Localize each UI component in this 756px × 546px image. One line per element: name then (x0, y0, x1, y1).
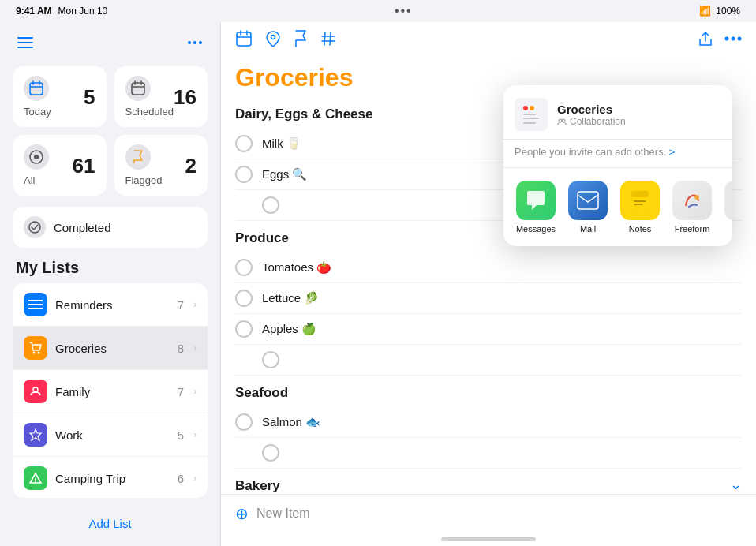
svg-rect-29 (237, 32, 251, 46)
family-name: Family (55, 385, 170, 398)
reminder-salmon[interactable]: Salmon 🐟 (235, 407, 742, 438)
reminders-count: 7 (178, 298, 184, 312)
list-item-groceries[interactable]: Groceries 8 › (13, 327, 208, 370)
toolbar-left (235, 30, 336, 47)
family-chevron: › (193, 386, 196, 397)
share-app-mail[interactable]: Mail (563, 181, 612, 234)
svg-point-3 (188, 41, 191, 44)
share-sheet-name: Groceries (557, 103, 721, 116)
reminder-text-eggs: Eggs 🔍 (262, 167, 307, 181)
svg-point-5 (199, 41, 202, 44)
sidebar-toggle-button[interactable] (13, 30, 38, 55)
work-chevron: › (193, 429, 196, 440)
reminder-circle-eggs[interactable] (235, 166, 253, 183)
share-app-freeform[interactable]: Freeform (668, 181, 717, 234)
reminders-icon (24, 293, 47, 316)
reminder-circle-seafood-empty[interactable] (262, 444, 279, 462)
camping-chevron: › (193, 473, 196, 484)
reminder-circle-dairy-empty[interactable] (262, 196, 279, 214)
section-seafood: Seafood (235, 376, 742, 407)
sidebar-more-button[interactable] (182, 30, 208, 55)
toolbar-reminders-icon[interactable] (235, 30, 253, 47)
status-bar: 9:41 AM Mon Jun 10 ••• 📶 100% (0, 0, 756, 22)
family-icon (24, 380, 47, 403)
svg-point-20 (33, 352, 36, 354)
camping-name: Camping Trip (55, 472, 170, 485)
wifi-icon: 📶 (699, 6, 711, 17)
svg-point-38 (725, 37, 729, 41)
reminder-circle-salmon[interactable] (235, 413, 253, 431)
svg-point-21 (38, 352, 40, 354)
svg-rect-6 (30, 83, 43, 95)
sidebar-top-bar (13, 30, 208, 55)
bakery-collapse-icon[interactable]: ⌄ (730, 476, 742, 493)
groceries-chevron: › (193, 342, 196, 353)
share-app-notes[interactable]: Notes (616, 181, 664, 234)
share-sheet-invite-link[interactable]: > (669, 146, 676, 158)
list-item-work[interactable]: Work 5 › (13, 413, 208, 457)
share-sheet-title-area: Groceries Collaboration (557, 103, 721, 127)
today-label: Today (24, 106, 51, 118)
reminder-text-salmon: Salmon 🐟 (262, 415, 320, 429)
share-app-messages[interactable]: Messages (511, 181, 560, 234)
share-app-wi[interactable]: W Wi... (720, 181, 732, 234)
svg-rect-1 (17, 42, 33, 43)
new-item-bar[interactable]: ⊕ New Item (221, 494, 756, 533)
work-icon (24, 423, 47, 447)
svg-marker-23 (30, 429, 41, 440)
reminder-circle-lettuce[interactable] (235, 290, 253, 307)
share-sheet-list-icon (515, 98, 548, 131)
main-content: Groceries Dairy, Eggs & Cheese Milk 🥛 Eg… (221, 22, 756, 546)
notes-app-icon (620, 181, 660, 220)
svg-rect-0 (17, 37, 33, 39)
camping-count: 6 (178, 472, 184, 485)
toolbar-share-icon[interactable] (698, 30, 713, 47)
completed-label: Completed (54, 221, 111, 234)
mail-app-label: Mail (580, 224, 596, 234)
add-list-button[interactable]: Add List (13, 509, 208, 538)
svg-rect-45 (631, 191, 649, 197)
toolbar-location-icon[interactable] (265, 30, 281, 47)
status-icons: 📶 100% (699, 6, 740, 17)
toolbar-flag-icon[interactable] (294, 30, 308, 47)
reminder-circle-produce-empty[interactable] (262, 351, 279, 368)
reminder-circle-apples[interactable] (235, 320, 253, 338)
toolbar-more-icon[interactable] (724, 36, 742, 41)
share-sheet-apps: Messages Mail (503, 168, 732, 246)
today-count: 5 (84, 87, 95, 107)
scheduled-label: Scheduled (125, 106, 174, 118)
reminders-name: Reminders (55, 298, 170, 312)
reminder-apples[interactable]: Apples 🍏 (235, 314, 742, 345)
app-container: Today 5 Scheduled 16 (0, 22, 756, 546)
reminder-circle-milk[interactable] (235, 135, 253, 152)
svg-point-4 (193, 41, 196, 44)
smart-list-today[interactable]: Today 5 (13, 66, 107, 127)
notes-app-label: Notes (629, 224, 652, 234)
reminder-lettuce[interactable]: Lettuce 🥬 (235, 283, 742, 314)
toolbar-hash-icon[interactable] (320, 31, 336, 47)
svg-rect-43 (578, 192, 598, 209)
list-item-reminders[interactable]: Reminders 7 › (13, 283, 208, 327)
reminder-tomatoes[interactable]: Tomatoes 🍅 (235, 252, 742, 283)
window-dots: ••• (395, 4, 413, 18)
share-sheet: Groceries Collaboration People you invit… (503, 85, 732, 246)
flagged-label: Flagged (125, 174, 163, 186)
smart-list-all[interactable]: All 61 (13, 135, 107, 196)
reminder-circle-tomatoes[interactable] (235, 259, 253, 276)
svg-point-41 (559, 119, 562, 122)
reminder-text-apples: Apples 🍏 (262, 322, 316, 336)
scheduled-icon (125, 76, 151, 101)
flagged-icon (125, 144, 151, 170)
wi-app-icon: W (724, 181, 732, 220)
list-item-family[interactable]: Family 7 › (13, 370, 208, 413)
new-item-text: New Item (256, 507, 310, 521)
svg-point-15 (34, 155, 39, 159)
reminders-chevron: › (193, 299, 196, 310)
list-item-camping[interactable]: Camping Trip 6 › (13, 457, 208, 498)
battery-text: 100% (716, 6, 740, 17)
completed-check-icon (24, 216, 46, 238)
completed-item[interactable]: Completed (13, 207, 208, 248)
status-date: Mon Jun 10 (58, 6, 108, 17)
smart-list-flagged[interactable]: Flagged 2 (114, 135, 208, 196)
smart-list-scheduled[interactable]: Scheduled 16 (114, 66, 208, 127)
